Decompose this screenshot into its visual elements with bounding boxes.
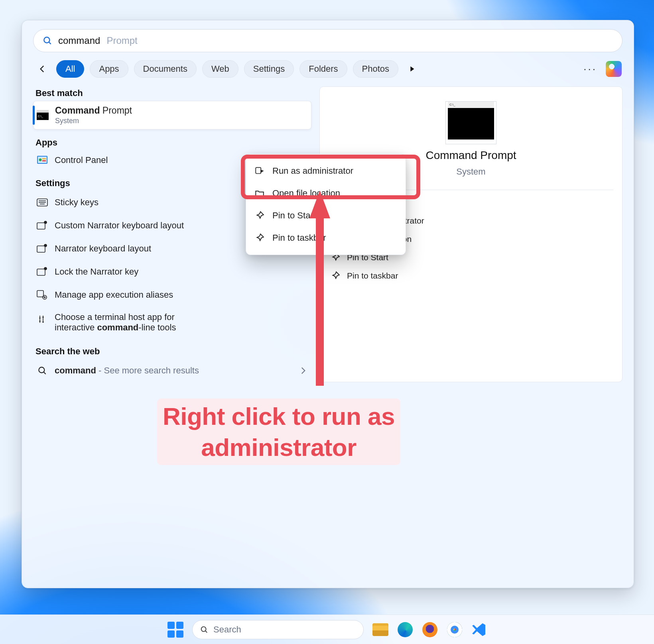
taskbar: Search <box>0 615 654 644</box>
pin-icon <box>254 210 265 221</box>
narrator-icon <box>36 220 48 232</box>
result-manage-aliases-label: Manage app execution aliases <box>55 290 308 300</box>
ctx-open-file-location-label: Open file location <box>272 188 340 198</box>
taskbar-search-placeholder: Search <box>213 624 241 635</box>
overflow-button[interactable]: ··· <box>580 63 600 75</box>
control-panel-icon <box>36 154 48 166</box>
chevron-right-icon <box>298 365 308 376</box>
filter-documents[interactable]: Documents <box>134 60 197 78</box>
svg-point-17 <box>44 244 47 247</box>
tools-icon <box>36 314 48 326</box>
filter-row: All Apps Documents Web Settings Folders … <box>33 60 622 78</box>
app-thumbnail: C:\_ <box>445 101 496 144</box>
filter-apps-label: Apps <box>99 64 119 74</box>
svg-line-23 <box>44 372 46 374</box>
app-settings-icon <box>36 289 48 301</box>
filter-folders-label: Folders <box>309 64 338 74</box>
svg-point-19 <box>44 267 47 270</box>
result-lock-narrator-label: Lock the Narrator key <box>55 267 308 277</box>
result-manage-aliases[interactable]: Manage app execution aliases <box>33 283 311 306</box>
svg-rect-26 <box>256 167 261 173</box>
preview-action-pin-taskbar[interactable]: Pin to taskbar <box>329 267 613 285</box>
preview-type: System <box>456 167 485 177</box>
pin-icon <box>330 271 341 281</box>
copilot-icon[interactable] <box>606 61 622 77</box>
ctx-pin-start[interactable]: Pin to Start <box>250 204 402 227</box>
svg-point-15 <box>44 221 47 224</box>
svg-text:C:\_: C:\_ <box>38 115 43 118</box>
back-button[interactable] <box>34 61 51 77</box>
search-ghost-completion: Prompt <box>106 35 137 46</box>
svg-rect-3 <box>37 110 49 113</box>
filter-web-label: Web <box>211 64 229 74</box>
result-subtitle: System <box>55 117 132 125</box>
start-search-panel: command Prompt All Apps Documents Web Se… <box>22 20 634 588</box>
filter-all[interactable]: All <box>56 60 84 78</box>
result-title-bold: Command <box>55 105 100 116</box>
context-menu: Run as administrator Open file location … <box>246 154 406 255</box>
svg-rect-20 <box>37 291 43 297</box>
result-command-prompt-text: Command Prompt System <box>55 105 132 125</box>
search-input[interactable]: command Prompt <box>33 29 622 52</box>
filter-folders[interactable]: Folders <box>299 60 347 78</box>
taskbar-search[interactable]: Search <box>192 620 364 639</box>
filter-documents-label: Documents <box>143 64 187 74</box>
search-icon <box>42 35 53 46</box>
result-command-prompt[interactable]: C:\_ Command Prompt System <box>33 101 311 130</box>
annotation-text: Right click to run as administrator <box>157 399 400 465</box>
ctx-pin-start-label: Pin to Start <box>272 210 316 221</box>
svg-rect-18 <box>37 269 45 275</box>
filter-photos-label: Photos <box>362 64 390 74</box>
filter-apps[interactable]: Apps <box>90 60 128 78</box>
web-term: command <box>55 365 96 375</box>
start-button[interactable] <box>167 622 183 638</box>
filter-all-label: All <box>65 64 75 74</box>
preview-title: Command Prompt <box>425 149 516 162</box>
narrator-icon <box>36 243 48 255</box>
folder-icon <box>254 188 265 199</box>
search-icon <box>200 625 209 634</box>
svg-line-1 <box>49 42 51 44</box>
search-icon <box>36 365 48 377</box>
filter-settings[interactable]: Settings <box>244 60 294 78</box>
result-lock-narrator[interactable]: Lock the Narrator key <box>33 260 311 283</box>
svg-point-7 <box>39 159 42 161</box>
preview-action-pin-taskbar-label: Pin to taskbar <box>347 271 398 281</box>
svg-point-0 <box>44 37 49 43</box>
svg-rect-16 <box>37 246 45 252</box>
svg-rect-9 <box>42 160 46 161</box>
keyboard-icon <box>36 196 48 208</box>
ctx-run-admin-label: Run as administrator <box>272 166 353 176</box>
svg-rect-14 <box>37 223 45 229</box>
thumb-titlebar: C:\_ <box>448 102 494 108</box>
web-suffix: - See more search results <box>96 365 199 375</box>
svg-point-27 <box>201 626 206 631</box>
result-title-rest: Prompt <box>100 105 132 116</box>
filter-settings-label: Settings <box>253 64 285 74</box>
filter-web[interactable]: Web <box>202 60 238 78</box>
pin-icon <box>254 232 265 243</box>
ctx-open-file-location[interactable]: Open file location <box>250 182 402 204</box>
section-apps: Apps <box>33 136 311 150</box>
taskbar-explorer[interactable] <box>372 622 388 638</box>
filter-photos[interactable]: Photos <box>353 60 399 78</box>
svg-rect-8 <box>42 158 46 159</box>
taskbar-edge[interactable] <box>397 622 413 638</box>
more-filters-button[interactable] <box>404 61 420 77</box>
result-terminal-host[interactable]: Choose a terminal host app for interacti… <box>33 306 311 338</box>
search-typed-text: command <box>58 35 100 46</box>
taskbar-chrome[interactable] <box>447 622 463 638</box>
svg-line-28 <box>205 631 207 632</box>
shield-icon <box>254 165 265 177</box>
taskbar-firefox[interactable] <box>422 622 438 638</box>
result-terminal-host-text: Choose a terminal host app for interacti… <box>55 312 176 333</box>
ctx-pin-taskbar[interactable]: Pin to taskbar <box>250 227 402 249</box>
command-prompt-icon: C:\_ <box>37 109 49 121</box>
ctx-pin-taskbar-label: Pin to taskbar <box>272 233 326 243</box>
section-best-match: Best match <box>33 86 311 101</box>
ctx-run-admin[interactable]: Run as administrator <box>250 160 402 182</box>
result-web-command[interactable]: command - See more search results <box>33 359 311 382</box>
section-search-web: Search the web <box>33 345 311 359</box>
taskbar-vscode[interactable] <box>471 622 487 637</box>
svg-point-22 <box>39 367 44 373</box>
